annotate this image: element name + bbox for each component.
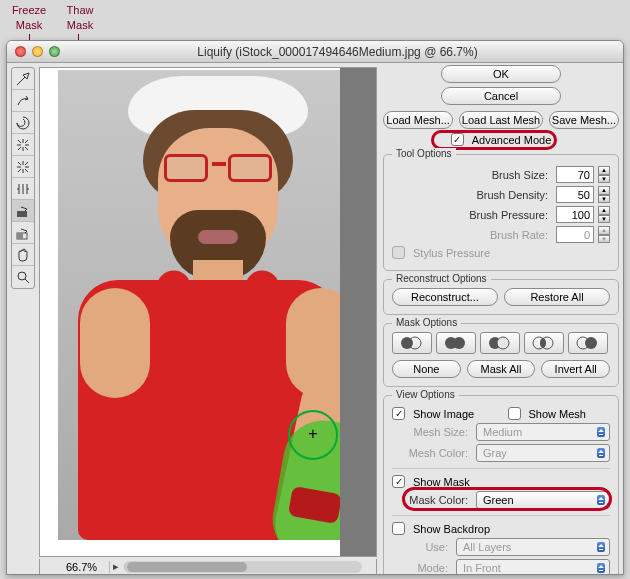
load-last-mesh-button[interactable]: Load Last Mesh	[459, 111, 543, 129]
brush-rate-stepper: ▲▼	[598, 226, 610, 243]
show-mesh-label: Show Mesh	[529, 408, 586, 420]
svg-point-14	[585, 337, 597, 349]
use-select: All Layers	[456, 538, 610, 556]
mask-options-title: Mask Options	[392, 317, 461, 328]
stylus-label: Stylus Pressure	[413, 247, 490, 259]
mode-select: In Front	[456, 559, 610, 575]
show-image-checkbox[interactable]	[392, 407, 405, 420]
mask-none-button[interactable]: None	[392, 360, 461, 378]
minimize-icon[interactable]	[32, 46, 43, 57]
tool-thaw-mask[interactable]	[12, 222, 34, 244]
brush-pressure-label: Brush Pressure:	[392, 209, 552, 221]
mask-color-label: Mask Color:	[392, 494, 472, 506]
mode-label: Mode:	[392, 562, 452, 574]
reconstruct-title: Reconstruct Options	[392, 273, 491, 284]
brush-cursor-icon	[288, 410, 338, 460]
mesh-size-select: Medium	[476, 423, 610, 441]
show-mask-label: Show Mask	[413, 476, 470, 488]
use-label: Use:	[392, 541, 452, 553]
brush-density-stepper[interactable]: ▲▼	[598, 186, 610, 203]
svg-point-3	[18, 272, 26, 280]
show-mask-checkbox[interactable]	[392, 475, 405, 488]
view-options-group: View Options Show Image Show Mesh Mesh S…	[383, 395, 619, 575]
tool-hand[interactable]	[12, 244, 34, 266]
tool-freeze-mask[interactable]	[12, 200, 34, 222]
cancel-button[interactable]: Cancel	[441, 87, 561, 105]
mask-all-button[interactable]: Mask All	[467, 360, 536, 378]
tool-forward-warp[interactable]	[12, 68, 34, 90]
reconstruct-group: Reconstruct Options Reconstruct... Resto…	[383, 279, 619, 315]
view-options-title: View Options	[392, 389, 459, 400]
tool-reconstruct[interactable]	[12, 90, 34, 112]
mask-invert-button[interactable]	[568, 332, 608, 354]
show-mesh-checkbox[interactable]	[508, 407, 521, 420]
mask-options-group: Mask Options None Mask All Invert All	[383, 323, 619, 387]
reconstruct-button[interactable]: Reconstruct...	[392, 288, 498, 306]
show-image-label: Show Image	[413, 408, 474, 420]
brush-size-label: Brush Size:	[392, 169, 552, 181]
mask-intersect-button[interactable]	[524, 332, 564, 354]
mask-replace-button[interactable]	[392, 332, 432, 354]
advanced-mode-label: Advanced Mode	[472, 134, 552, 146]
annotation-thaw: Thaw Mask	[58, 2, 102, 33]
brush-pressure-stepper[interactable]: ▲▼	[598, 206, 610, 223]
ok-button[interactable]: OK	[441, 65, 561, 83]
svg-point-9	[497, 337, 509, 349]
tool-zoom[interactable]	[12, 266, 34, 288]
close-icon[interactable]	[15, 46, 26, 57]
svg-point-7	[453, 337, 465, 349]
load-mesh-button[interactable]: Load Mesh...	[383, 111, 453, 129]
mask-add-button[interactable]	[436, 332, 476, 354]
h-scrollbar[interactable]	[124, 561, 362, 573]
zoom-icon[interactable]	[49, 46, 60, 57]
options-panel: OK Cancel Load Mesh... Load Last Mesh Sa…	[383, 65, 619, 570]
titlebar[interactable]: Liquify (iStock_000017494646Medium.jpg @…	[7, 41, 623, 63]
svg-point-12	[540, 338, 546, 348]
svg-rect-2	[17, 233, 23, 239]
show-backdrop-checkbox[interactable]	[392, 522, 405, 535]
brush-density-label: Brush Density:	[392, 189, 552, 201]
liquify-window: Liquify (iStock_000017494646Medium.jpg @…	[6, 40, 624, 575]
stylus-checkbox	[392, 246, 405, 259]
tool-push-left[interactable]	[12, 178, 34, 200]
brush-pressure-field[interactable]	[556, 206, 594, 223]
brush-density-field[interactable]	[556, 186, 594, 203]
mesh-color-label: Mesh Color:	[392, 447, 472, 459]
annotation-freeze: Freeze Mask	[4, 2, 54, 33]
advanced-mode-checkbox[interactable]	[451, 133, 464, 146]
mask-color-select[interactable]: Green	[476, 491, 610, 509]
invert-all-button[interactable]: Invert All	[541, 360, 610, 378]
mask-subtract-button[interactable]	[480, 332, 520, 354]
tool-options-group: Tool Options Brush Size:▲▼ Brush Density…	[383, 154, 619, 271]
photo-preview	[58, 70, 358, 540]
brush-rate-label: Brush Rate:	[392, 229, 552, 241]
toolbar	[11, 67, 35, 289]
canvas[interactable]	[39, 67, 377, 557]
brush-rate-field	[556, 226, 594, 243]
svg-rect-0	[17, 211, 27, 217]
restore-all-button[interactable]: Restore All	[504, 288, 610, 306]
brush-size-stepper[interactable]: ▲▼	[598, 166, 610, 183]
tool-twirl[interactable]	[12, 112, 34, 134]
window-title: Liquify (iStock_000017494646Medium.jpg @…	[60, 45, 615, 59]
tool-bloat[interactable]	[12, 156, 34, 178]
brush-size-field[interactable]	[556, 166, 594, 183]
zoom-field[interactable]: 66.7%	[54, 561, 110, 573]
tool-options-title: Tool Options	[392, 148, 456, 159]
tool-pucker[interactable]	[12, 134, 34, 156]
mesh-size-label: Mesh Size:	[392, 426, 472, 438]
canvas-footer: 66.7% ▸	[39, 559, 377, 575]
mesh-color-select: Gray	[476, 444, 610, 462]
window-controls	[15, 46, 60, 57]
save-mesh-button[interactable]: Save Mesh...	[549, 111, 619, 129]
zoom-menu-icon[interactable]: ▸	[110, 560, 122, 573]
show-backdrop-label: Show Backdrop	[413, 523, 490, 535]
